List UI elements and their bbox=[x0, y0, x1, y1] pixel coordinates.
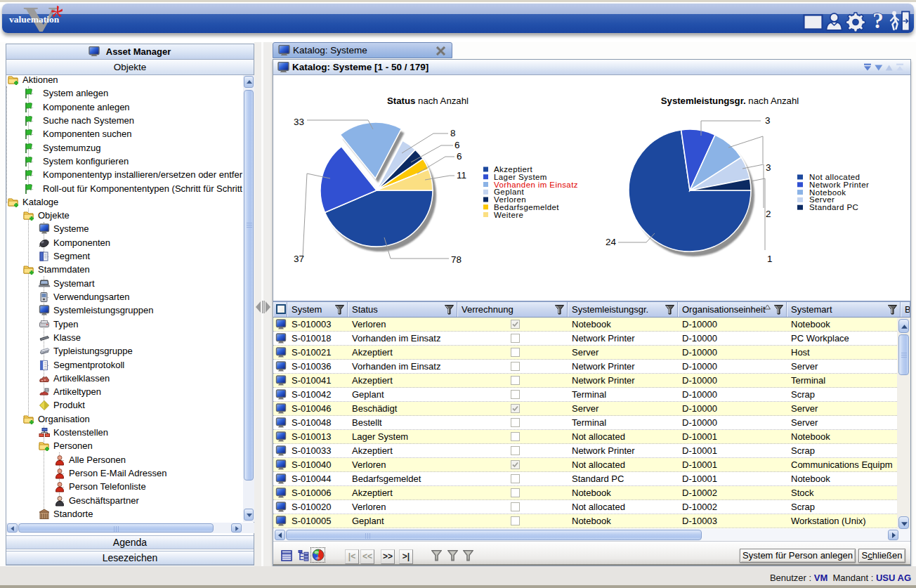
svg-text:?: ? bbox=[872, 11, 884, 32]
svg-text:78: 78 bbox=[451, 254, 462, 265]
svg-text:1: 1 bbox=[767, 254, 773, 264]
svg-text:24: 24 bbox=[606, 237, 617, 247]
svg-text:3: 3 bbox=[765, 115, 771, 126]
svg-text:8: 8 bbox=[450, 128, 456, 138]
svg-text:2: 2 bbox=[766, 209, 771, 219]
svg-text:11: 11 bbox=[457, 170, 466, 181]
svg-text:3: 3 bbox=[766, 162, 771, 173]
svg-text:Systemleistungsgr. nach Anzahl: Systemleistungsgr. nach Anzahl bbox=[661, 96, 799, 106]
svg-text:Weitere: Weitere bbox=[494, 211, 523, 219]
svg-text:37: 37 bbox=[294, 254, 304, 264]
svg-text:Standard PC: Standard PC bbox=[809, 203, 858, 211]
svg-text:6: 6 bbox=[454, 140, 460, 150]
svg-text:Status nach Anzahl: Status nach Anzahl bbox=[387, 96, 469, 106]
svg-text:6: 6 bbox=[457, 151, 462, 162]
svg-text:33: 33 bbox=[294, 117, 304, 127]
